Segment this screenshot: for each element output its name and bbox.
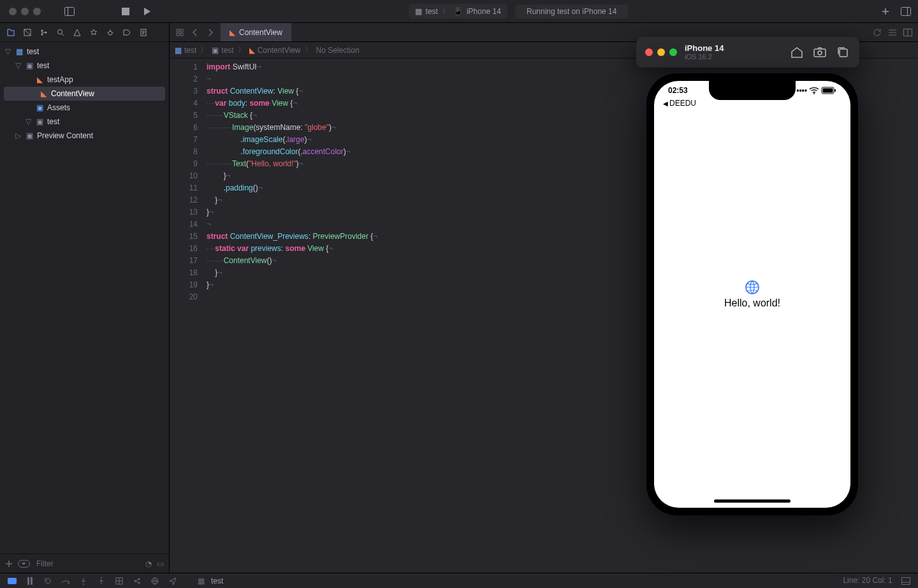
- issue-navigator-icon[interactable]: [71, 27, 83, 38]
- simulator-device[interactable]: 02:53 •••• ◀ DEEDU Hello, world!: [646, 73, 858, 515]
- back-icon[interactable]: [189, 26, 201, 39]
- debug-bar: ▦ test Line: 20 Col: 1: [0, 573, 918, 588]
- simulator-traffic-lights: [645, 48, 677, 56]
- debug-view-icon[interactable]: [113, 575, 125, 587]
- stack-icon[interactable]: [835, 45, 850, 60]
- tab-contentview[interactable]: ◣ ContentView: [221, 23, 291, 41]
- debug-target[interactable]: test: [211, 577, 223, 585]
- app-icon: ▦: [415, 7, 422, 16]
- test-navigator-icon[interactable]: [88, 27, 99, 38]
- continue-icon[interactable]: [42, 575, 54, 587]
- tree-item-label: test: [37, 61, 49, 70]
- activity-status: Running test on iPhone 14: [515, 4, 628, 18]
- pause-icon[interactable]: [24, 575, 36, 587]
- debug-navigator-icon[interactable]: [105, 27, 116, 38]
- line-gutter: 1234567891011121314151617181920: [170, 59, 204, 573]
- screenshot-icon[interactable]: [812, 45, 827, 60]
- device-screen[interactable]: 02:53 •••• ◀ DEEDU Hello, world!: [654, 81, 850, 508]
- home-icon[interactable]: [789, 45, 805, 60]
- location-icon[interactable]: [167, 575, 178, 587]
- find-navigator-icon[interactable]: [55, 27, 66, 38]
- environment-icon[interactable]: [149, 575, 161, 587]
- filter-scope-icon[interactable]: ⏷: [18, 560, 30, 568]
- step-over-icon[interactable]: [60, 575, 71, 587]
- add-editor-icon[interactable]: [901, 26, 914, 39]
- simulator-title: iPhone 14 iOS 16.2: [685, 43, 782, 62]
- sim-zoom-dot[interactable]: [669, 48, 677, 56]
- svg-rect-2: [122, 8, 129, 15]
- add-file-icon[interactable]: [5, 560, 13, 568]
- swift-icon: ◣: [38, 89, 48, 99]
- tree-item-label: Assets: [47, 103, 70, 112]
- tree-item-preview-content[interactable]: ▷▣Preview Content: [0, 129, 169, 143]
- svg-point-9: [58, 29, 62, 34]
- step-out-icon[interactable]: [96, 575, 107, 587]
- phone-icon: 📱: [453, 7, 463, 16]
- recent-filter-icon[interactable]: ◔: [145, 559, 152, 568]
- close-dot[interactable]: [9, 8, 17, 15]
- svg-rect-14: [177, 33, 179, 36]
- svg-rect-15: [180, 33, 183, 36]
- tree-item-contentview[interactable]: ◣ContentView: [4, 87, 165, 101]
- file-tree: ▽▦ test ▽▣test◣testApp◣ContentView▣Asset…: [0, 42, 169, 554]
- tree-item-test[interactable]: ▽▣test: [0, 59, 169, 73]
- home-indicator[interactable]: [714, 499, 790, 503]
- adjust-editor-icon[interactable]: [886, 26, 899, 39]
- app-icon-small: ▦: [198, 577, 205, 585]
- project-navigator: ▽▦ test ▽▣test◣testApp◣ContentView▣Asset…: [0, 23, 170, 573]
- scheme-selector[interactable]: ▦ test 〉 📱 iPhone 14: [409, 4, 507, 18]
- toggle-navigator-icon[interactable]: [62, 4, 76, 18]
- toggle-debug-icon[interactable]: [6, 575, 18, 587]
- symbol-navigator-icon[interactable]: [38, 27, 50, 38]
- svg-rect-31: [840, 49, 847, 57]
- step-into-icon[interactable]: [78, 575, 89, 587]
- svg-rect-13: [180, 29, 183, 32]
- stop-button[interactable]: [115, 4, 136, 18]
- cursor-position: Line: 20 Col: 1: [843, 575, 892, 584]
- run-button[interactable]: [136, 4, 158, 18]
- svg-rect-0: [65, 7, 75, 15]
- related-items-icon[interactable]: [173, 26, 186, 39]
- svg-rect-27: [902, 577, 910, 584]
- project-navigator-icon[interactable]: [5, 27, 17, 38]
- sim-minimize-dot[interactable]: [657, 48, 665, 56]
- tree-item-testapp[interactable]: ◣testApp: [0, 73, 169, 87]
- svg-rect-19: [31, 577, 33, 585]
- tree-item-label: Preview Content: [37, 131, 93, 140]
- simulator-window-titlebar[interactable]: iPhone 14 iOS 16.2: [636, 37, 859, 68]
- svg-point-20: [83, 584, 84, 585]
- folder-icon: ▣: [24, 61, 34, 71]
- refresh-preview-icon[interactable]: [871, 26, 884, 39]
- navigator-selector: [0, 23, 169, 42]
- folder-icon: ▣: [24, 131, 34, 141]
- add-tab-icon[interactable]: [878, 4, 892, 18]
- tree-item-label: testApp: [47, 75, 73, 84]
- sim-close-dot[interactable]: [645, 48, 653, 56]
- tree-project-root[interactable]: ▽▦ test: [0, 45, 169, 59]
- scheme-target: test: [426, 7, 438, 16]
- svg-rect-29: [814, 49, 826, 57]
- tree-item-test[interactable]: ▽▣test: [0, 115, 169, 129]
- zoom-dot[interactable]: [33, 8, 41, 15]
- filter-input[interactable]: [35, 558, 140, 570]
- tree-item-label: ContentView: [51, 89, 94, 98]
- tree-item-assets[interactable]: ▣Assets: [0, 101, 169, 115]
- svg-rect-10: [108, 31, 112, 35]
- crumb-selection: No Selection: [316, 46, 360, 55]
- memory-graph-icon[interactable]: [131, 575, 143, 587]
- svg-rect-3: [901, 7, 911, 15]
- app-content: Hello, world!: [654, 81, 850, 508]
- swift-icon: ◣: [34, 75, 45, 85]
- crumb-project: ▦ test: [175, 46, 196, 55]
- scm-filter-icon[interactable]: ▭: [157, 559, 164, 568]
- minimize-dot[interactable]: [21, 8, 29, 15]
- window-traffic-lights: [5, 8, 43, 15]
- library-button[interactable]: [899, 4, 913, 18]
- window-titlebar: ▦ test 〉 📱 iPhone 14 Running test on iPh…: [0, 0, 918, 23]
- source-control-icon[interactable]: [22, 27, 33, 38]
- crumb-folder: ▣ test: [212, 46, 233, 55]
- breakpoint-navigator-icon[interactable]: [121, 27, 133, 38]
- forward-icon[interactable]: [204, 26, 217, 39]
- toggle-bottom-panel-icon[interactable]: [900, 575, 912, 587]
- report-navigator-icon[interactable]: [138, 27, 149, 38]
